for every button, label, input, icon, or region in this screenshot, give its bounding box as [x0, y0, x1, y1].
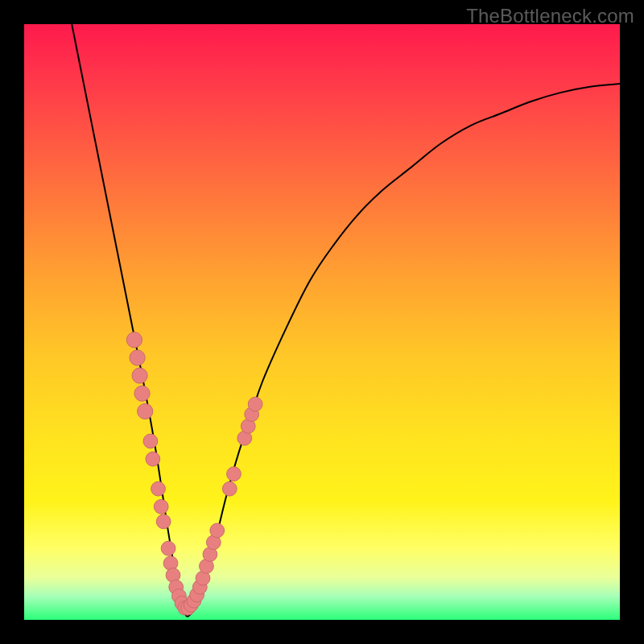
curve-marker: [227, 467, 242, 481]
curve-path: [72, 24, 620, 617]
curve-marker: [154, 500, 168, 514]
curve-marker: [126, 332, 142, 348]
curve-marker: [222, 481, 237, 496]
curve-marker: [248, 397, 262, 411]
curve-marker: [161, 541, 175, 555]
bottleneck-curve-svg: [24, 24, 620, 620]
curve-marker: [156, 514, 171, 529]
curve-marker: [210, 523, 225, 538]
curve-marker: [146, 452, 160, 466]
watermark-text: TheBottleneck.com: [466, 5, 634, 27]
plot-area: [24, 24, 620, 620]
curve-marker: [134, 386, 150, 401]
curve-marker: [130, 350, 145, 365]
chart-frame: TheBottleneck.com: [0, 0, 644, 644]
curve-marker: [151, 481, 166, 496]
curve-marker: [132, 368, 147, 383]
curve-marker: [143, 434, 158, 448]
curve-marker: [138, 403, 153, 419]
